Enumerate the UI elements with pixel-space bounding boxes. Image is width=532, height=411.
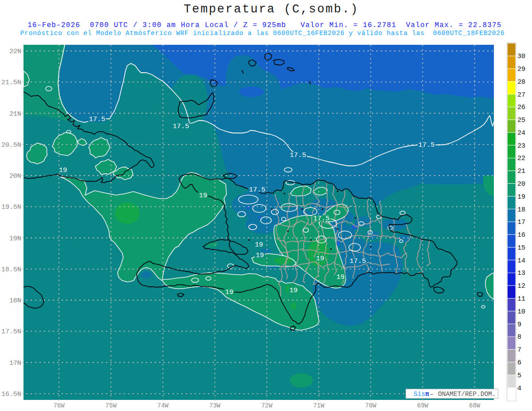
svg-text:71W: 71W — [313, 402, 325, 409]
svg-text:19: 19 — [255, 241, 263, 249]
svg-text:19: 19 — [289, 286, 298, 294]
svg-text:17.5: 17.5 — [89, 115, 105, 123]
svg-text:30: 30 — [517, 53, 525, 60]
svg-text:19: 19 — [316, 254, 325, 262]
svg-text:21N: 21N — [9, 110, 21, 118]
svg-text:28: 28 — [517, 78, 525, 86]
svg-text:19: 19 — [336, 273, 345, 281]
svg-text:18: 18 — [517, 206, 525, 214]
svg-text:11: 11 — [517, 295, 525, 303]
svg-text:17.5: 17.5 — [172, 122, 189, 130]
svg-text:27: 27 — [517, 91, 525, 99]
svg-text:68W: 68W — [469, 402, 481, 409]
svg-text:18N: 18N — [9, 297, 21, 305]
svg-text:–: – — [430, 391, 434, 398]
svg-text:74W: 74W — [157, 402, 169, 409]
svg-text:70W: 70W — [365, 402, 377, 409]
svg-text:17.5: 17.5 — [289, 151, 306, 159]
svg-text:18.5N: 18.5N — [1, 266, 21, 274]
svg-text:10: 10 — [517, 308, 525, 316]
svg-text:Sis: Sis — [414, 391, 425, 398]
svg-text:17.5: 17.5 — [313, 215, 329, 223]
svg-text:21: 21 — [517, 168, 525, 175]
svg-text:19: 19 — [59, 166, 67, 174]
svg-text:9: 9 — [517, 321, 521, 329]
svg-text:19: 19 — [199, 192, 207, 200]
svg-text:20: 20 — [517, 180, 525, 188]
svg-text:75W: 75W — [106, 402, 117, 409]
svg-text:22N: 22N — [9, 48, 21, 55]
svg-text:13: 13 — [517, 270, 525, 277]
svg-text:16: 16 — [517, 231, 525, 239]
svg-text:20N: 20N — [9, 172, 21, 180]
svg-text:17: 17 — [517, 219, 525, 226]
svg-text:17.5N: 17.5N — [1, 328, 21, 336]
svg-text:19N: 19N — [9, 235, 21, 243]
svg-text:6: 6 — [517, 359, 521, 367]
svg-text:73W: 73W — [209, 402, 221, 409]
svg-text:Pronóstico con el Modelo Atmós: Pronóstico con el Modelo Atmósferico WRF… — [20, 30, 505, 37]
svg-text:19: 19 — [256, 251, 264, 259]
svg-text:17.5: 17.5 — [349, 257, 366, 265]
svg-text:19: 19 — [517, 193, 525, 201]
svg-text:12: 12 — [517, 282, 525, 290]
svg-text:14: 14 — [517, 257, 525, 265]
svg-text:29: 29 — [517, 66, 525, 73]
svg-text:17.5: 17.5 — [249, 186, 265, 194]
svg-text:20.5N: 20.5N — [1, 141, 21, 149]
svg-text:4: 4 — [517, 385, 521, 392]
svg-text:25: 25 — [517, 117, 525, 124]
svg-text:19.5N: 19.5N — [1, 204, 21, 211]
svg-text:16–Feb–2026 0700 UTC / 3:00 a: 16–Feb–2026 0700 UTC / 3:00 am Hora Loca… — [27, 21, 501, 29]
svg-text:76W: 76W — [53, 402, 65, 409]
svg-text:19: 19 — [225, 288, 234, 296]
svg-text:26: 26 — [517, 104, 525, 111]
svg-text:8: 8 — [517, 333, 521, 341]
svg-text:69W: 69W — [417, 402, 429, 409]
svg-text:17.5: 17.5 — [418, 141, 434, 149]
svg-text:ONAMET/REP.DOM.: ONAMET/REP.DOM. — [438, 391, 496, 398]
svg-text:16.5N: 16.5N — [1, 391, 21, 398]
svg-text:22: 22 — [517, 155, 525, 162]
svg-text:π: π — [425, 391, 429, 398]
svg-text:Temperatura (C,somb.): Temperatura (C,somb.) — [184, 3, 359, 16]
svg-text:23: 23 — [517, 142, 525, 150]
svg-text:7: 7 — [517, 346, 521, 354]
svg-text:17N: 17N — [9, 360, 21, 367]
svg-text:72W: 72W — [261, 402, 273, 409]
svg-text:5: 5 — [517, 372, 521, 380]
svg-text:24: 24 — [517, 129, 525, 137]
svg-text:15: 15 — [517, 244, 525, 252]
svg-text:21.5N: 21.5N — [1, 79, 21, 86]
